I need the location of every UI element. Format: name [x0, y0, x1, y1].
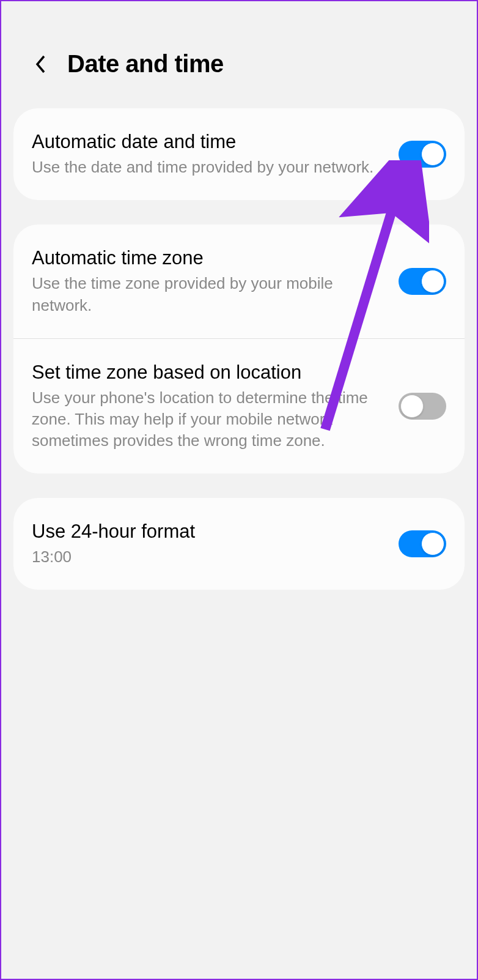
setting-subtitle: Use the date and time provided by your n… [32, 157, 386, 178]
toggle-knob [421, 270, 444, 293]
page-title: Date and time [67, 50, 224, 78]
setting-auto-date-time[interactable]: Automatic date and time Use the date and… [13, 108, 465, 200]
back-icon[interactable] [32, 51, 49, 77]
setting-title: Set time zone based on location [32, 361, 386, 384]
card-auto-date-time: Automatic date and time Use the date and… [13, 108, 465, 200]
toggle-24h-format[interactable] [399, 530, 446, 557]
setting-content: Use 24-hour format 13:00 [32, 520, 386, 568]
card-time-zone: Automatic time zone Use the time zone pr… [13, 225, 465, 473]
setting-subtitle: 13:00 [32, 546, 386, 568]
setting-subtitle: Use your phone's location to determine t… [32, 387, 386, 451]
toggle-knob [421, 532, 444, 555]
setting-content: Automatic time zone Use the time zone pr… [32, 247, 386, 316]
card-24h-format: Use 24-hour format 13:00 [13, 498, 465, 590]
toggle-knob [400, 395, 424, 418]
setting-location-time-zone[interactable]: Set time zone based on location Use your… [13, 339, 465, 473]
setting-content: Automatic date and time Use the date and… [32, 130, 386, 178]
setting-subtitle: Use the time zone provided by your mobil… [32, 273, 386, 316]
setting-title: Use 24-hour format [32, 520, 386, 543]
setting-content: Set time zone based on location Use your… [32, 361, 386, 451]
toggle-knob [421, 143, 444, 166]
toggle-auto-time-zone[interactable] [399, 268, 446, 295]
header: Date and time [1, 1, 477, 108]
toggle-auto-date-time[interactable] [399, 141, 446, 168]
setting-auto-time-zone[interactable]: Automatic time zone Use the time zone pr… [13, 225, 465, 338]
setting-title: Automatic time zone [32, 247, 386, 269]
setting-title: Automatic date and time [32, 130, 386, 153]
setting-24h-format[interactable]: Use 24-hour format 13:00 [13, 498, 465, 590]
toggle-location-time-zone[interactable] [399, 393, 446, 420]
